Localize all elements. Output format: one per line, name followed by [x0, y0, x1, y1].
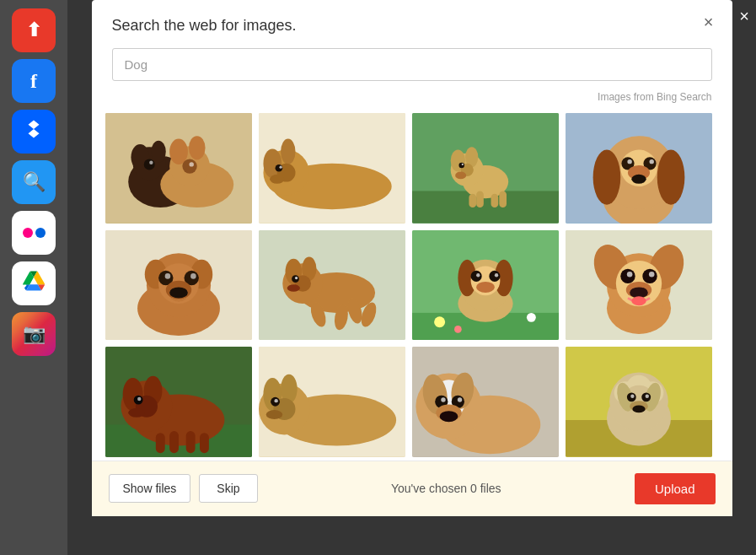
svg-point-133: [441, 397, 445, 401]
svg-point-110: [128, 408, 145, 418]
list-item[interactable]: [105, 347, 252, 457]
svg-point-9: [188, 136, 205, 159]
list-item[interactable]: [412, 230, 559, 341]
svg-point-13: [189, 162, 193, 166]
list-item[interactable]: [259, 113, 405, 224]
svg-point-22: [279, 166, 281, 169]
search-area: [92, 48, 732, 88]
list-item[interactable]: [566, 230, 712, 341]
svg-point-11: [182, 159, 196, 173]
svg-point-57: [164, 273, 170, 279]
svg-point-124: [274, 399, 277, 402]
svg-point-88: [454, 326, 462, 333]
svg-point-152: [632, 406, 645, 413]
close-icon: ×: [739, 7, 749, 25]
svg-point-86: [434, 316, 445, 327]
search-web-icon: 🔍: [23, 171, 46, 193]
dropbox-icon: [23, 118, 45, 145]
svg-point-98: [648, 271, 654, 277]
svg-point-41: [657, 150, 684, 205]
modal-title: Search the web for images.: [112, 17, 297, 35]
modal-header: Search the web for images. ×: [92, 0, 732, 48]
list-item[interactable]: [566, 113, 712, 224]
upload-icon: ⬆: [26, 19, 41, 41]
gdrive-icon: [23, 270, 45, 297]
svg-point-68: [287, 284, 299, 292]
svg-point-47: [649, 159, 653, 164]
main-area: × Search the web for images. × Images fr…: [67, 0, 756, 555]
svg-rect-113: [169, 431, 179, 453]
svg-point-31: [455, 172, 466, 180]
svg-point-97: [626, 271, 632, 277]
svg-point-150: [645, 395, 648, 398]
show-files-button[interactable]: Show files: [109, 474, 191, 503]
svg-rect-115: [200, 433, 209, 453]
svg-point-58: [190, 273, 196, 279]
search-modal: Search the web for images. × Images from…: [92, 0, 732, 516]
instagram-icon: 📷: [23, 323, 46, 345]
svg-point-82: [489, 270, 500, 281]
svg-point-136: [439, 411, 458, 422]
svg-point-30: [458, 163, 464, 169]
svg-point-149: [630, 395, 634, 398]
skip-button[interactable]: Skip: [199, 474, 257, 503]
svg-point-21: [270, 175, 284, 184]
svg-point-85: [494, 273, 497, 277]
svg-point-134: [457, 397, 461, 401]
sidebar-item-search-web[interactable]: 🔍: [12, 160, 56, 204]
svg-point-81: [470, 270, 481, 281]
bottom-bar: Show files Skip You've chosen 0 files Up…: [92, 461, 732, 516]
list-item[interactable]: [566, 347, 712, 457]
sidebar: ⬆ f 🔍: [0, 0, 67, 555]
search-input[interactable]: [112, 48, 712, 81]
svg-point-18: [281, 138, 295, 164]
sidebar-item-gdrive[interactable]: [12, 261, 56, 305]
svg-point-111: [137, 397, 141, 401]
flickr-icon: [23, 228, 46, 238]
svg-point-101: [631, 296, 646, 305]
sidebar-item-dropbox[interactable]: [12, 110, 56, 154]
svg-rect-112: [155, 433, 164, 453]
facebook-icon: f: [30, 70, 37, 93]
modal-close-button[interactable]: ×: [699, 12, 719, 32]
svg-point-84: [476, 273, 480, 277]
svg-point-40: [592, 150, 620, 205]
svg-point-7: [151, 141, 165, 163]
svg-point-46: [627, 159, 631, 164]
svg-point-12: [149, 161, 153, 164]
svg-rect-114: [185, 431, 195, 453]
sidebar-item-facebook[interactable]: f: [12, 59, 56, 103]
svg-rect-33: [469, 194, 476, 207]
modal-overlay: Search the web for images. × Images from…: [67, 0, 756, 555]
list-item[interactable]: [259, 230, 405, 341]
bottom-left-actions: Show files Skip: [109, 474, 258, 503]
list-item[interactable]: [412, 113, 559, 224]
list-item[interactable]: [105, 113, 252, 224]
svg-point-69: [294, 276, 297, 278]
svg-rect-35: [476, 191, 484, 207]
list-item[interactable]: [105, 230, 252, 341]
upload-button[interactable]: Upload: [635, 473, 716, 504]
list-item[interactable]: [412, 347, 559, 457]
svg-marker-0: [29, 121, 40, 138]
image-grid-container[interactable]: [92, 110, 732, 461]
svg-point-10: [143, 159, 154, 170]
svg-point-83: [476, 281, 495, 292]
bing-attribution: Images from Bing Search: [92, 88, 732, 110]
sidebar-item-flickr[interactable]: [12, 211, 56, 255]
svg-point-60: [169, 287, 188, 298]
svg-point-123: [265, 410, 282, 419]
chosen-files-text: You've chosen 0 files: [391, 482, 501, 495]
sidebar-item-instagram[interactable]: 📷: [12, 312, 56, 356]
sidebar-item-upload[interactable]: ⬆: [12, 8, 56, 52]
svg-point-32: [461, 164, 463, 165]
svg-rect-36: [499, 191, 507, 207]
svg-rect-34: [491, 194, 498, 207]
svg-point-48: [631, 175, 646, 184]
svg-point-87: [526, 312, 535, 321]
list-item[interactable]: [259, 347, 405, 457]
image-grid: [105, 113, 719, 457]
background-close[interactable]: ×: [739, 7, 749, 26]
